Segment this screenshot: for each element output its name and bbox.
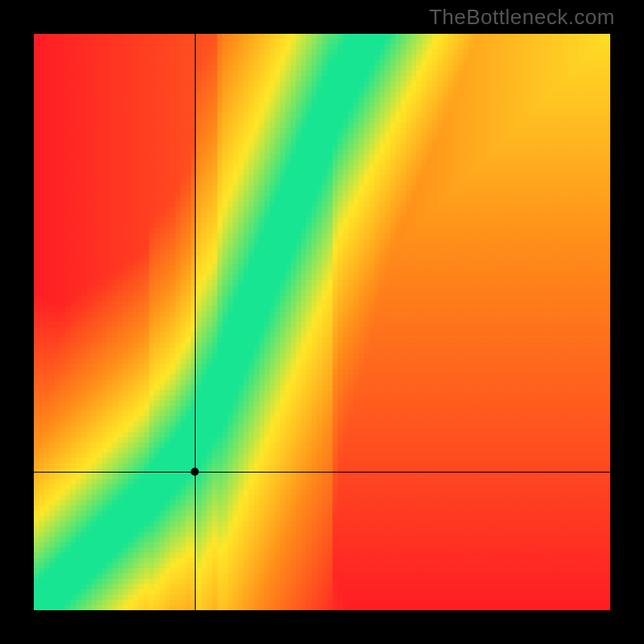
crosshair-horizontal <box>34 472 610 473</box>
watermark-text: TheBottleneck.com <box>429 5 615 30</box>
chart-frame: TheBottleneck.com <box>0 0 644 644</box>
marker-dot <box>191 468 199 476</box>
heatmap-plot <box>34 34 610 610</box>
crosshair-vertical <box>195 34 196 610</box>
heatmap-canvas <box>34 34 610 610</box>
